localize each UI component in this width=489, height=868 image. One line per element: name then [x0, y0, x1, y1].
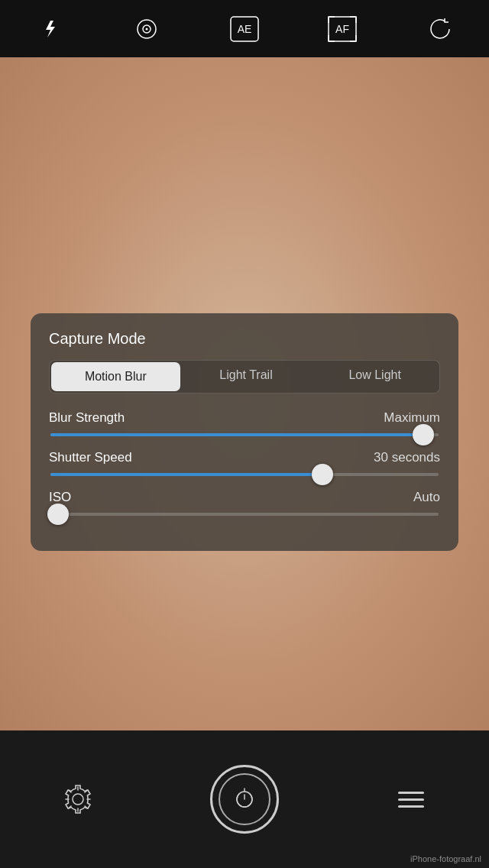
iso-row: ISO Auto	[49, 490, 440, 516]
shutter-speed-row: Shutter Speed 30 seconds	[49, 450, 440, 476]
shutter-speed-thumb[interactable]	[312, 464, 333, 485]
af-icon[interactable]: AF	[324, 11, 361, 47]
blur-strength-fill	[50, 433, 423, 436]
shutter-speed-track[interactable]	[50, 473, 439, 476]
tab-motion-blur[interactable]: Motion Blur	[51, 362, 180, 391]
ae-icon[interactable]: AE	[226, 11, 263, 47]
settings-icon[interactable]	[55, 776, 101, 822]
capture-panel: Capture Mode Motion Blur Light Trail Low…	[31, 313, 458, 551]
svg-text:AF: AF	[335, 23, 349, 35]
iso-track[interactable]	[50, 513, 439, 516]
blur-strength-row: Blur Strength Maximum	[49, 410, 440, 436]
blur-strength-value: Maximum	[384, 410, 440, 426]
iso-value: Auto	[413, 490, 440, 505]
shutter-speed-fill	[50, 473, 322, 476]
menu-icon[interactable]	[388, 776, 434, 822]
mode-tabs: Motion Blur Light Trail Low Light	[49, 360, 440, 394]
iso-label: ISO	[49, 490, 71, 505]
blur-strength-track[interactable]	[50, 433, 439, 436]
tab-light-trail[interactable]: Light Trail	[182, 361, 311, 393]
svg-point-2	[146, 28, 148, 30]
blur-strength-label: Blur Strength	[49, 410, 125, 426]
shutter-speed-label: Shutter Speed	[49, 450, 132, 465]
hamburger-lines	[398, 792, 424, 808]
top-toolbar: AE AF	[0, 0, 489, 57]
tab-low-light[interactable]: Low Light	[310, 361, 439, 393]
shutter-speed-value: 30 seconds	[374, 450, 440, 465]
watermark: iPhone-fotograaf.nl	[410, 854, 481, 863]
svg-text:AE: AE	[238, 23, 252, 35]
blur-strength-thumb[interactable]	[413, 424, 434, 445]
flash-icon[interactable]	[31, 11, 67, 47]
eye-icon[interactable]	[128, 11, 165, 47]
svg-point-7	[73, 794, 83, 805]
bottom-toolbar	[0, 730, 489, 868]
shutter-button[interactable]	[210, 765, 279, 834]
panel-title: Capture Mode	[49, 330, 440, 348]
refresh-icon[interactable]	[422, 11, 458, 47]
iso-thumb[interactable]	[47, 504, 69, 525]
shutter-inner	[219, 773, 270, 825]
